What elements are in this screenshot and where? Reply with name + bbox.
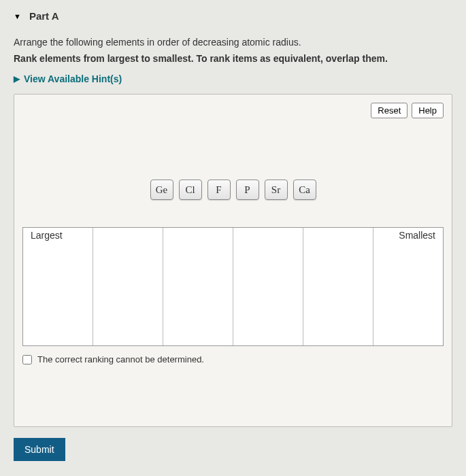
rank-bin-2[interactable] (93, 228, 163, 345)
instruction-line-1: Arrange the following elements in order … (14, 37, 452, 48)
part-header[interactable]: ▼ Part A (14, 10, 452, 22)
part-title: Part A (29, 10, 59, 22)
rank-label-smallest: Smallest (399, 230, 435, 241)
reset-button[interactable]: Reset (371, 103, 407, 118)
submit-button[interactable]: Submit (14, 438, 65, 461)
instruction-line-2: Rank elements from largest to smallest. … (14, 53, 452, 64)
rank-bin-4[interactable] (233, 228, 303, 345)
rank-bin-5[interactable] (303, 228, 373, 345)
rank-bins (22, 227, 444, 346)
view-hints-toggle[interactable]: ▶ View Available Hint(s) (14, 73, 452, 84)
caret-right-icon: ▶ (14, 74, 20, 84)
work-area: Reset Help Ge Cl F P Sr Ca Largest Small… (14, 94, 452, 427)
rank-bin-1[interactable] (23, 228, 93, 345)
rank-label-largest: Largest (31, 230, 63, 241)
cannot-determine-label: The correct ranking cannot be determined… (37, 354, 204, 364)
top-buttons: Reset Help (22, 103, 444, 118)
hints-label: View Available Hint(s) (24, 73, 122, 84)
tile-ge[interactable]: Ge (150, 180, 173, 200)
help-button[interactable]: Help (412, 103, 444, 118)
cannot-determine-checkbox[interactable] (22, 355, 32, 364)
rank-container: Largest Smallest (22, 227, 444, 346)
collapse-icon: ▼ (14, 12, 21, 20)
rank-bin-6[interactable] (373, 228, 443, 345)
tile-ca[interactable]: Ca (293, 180, 316, 200)
tile-f[interactable]: F (207, 180, 231, 200)
tiles-row: Ge Cl F P Sr Ca (22, 180, 444, 200)
tile-sr[interactable]: Sr (265, 180, 288, 200)
rank-bin-3[interactable] (163, 228, 233, 345)
cannot-determine-row: The correct ranking cannot be determined… (22, 354, 444, 364)
tile-p[interactable]: P (236, 180, 259, 200)
tile-cl[interactable]: Cl (179, 180, 202, 200)
